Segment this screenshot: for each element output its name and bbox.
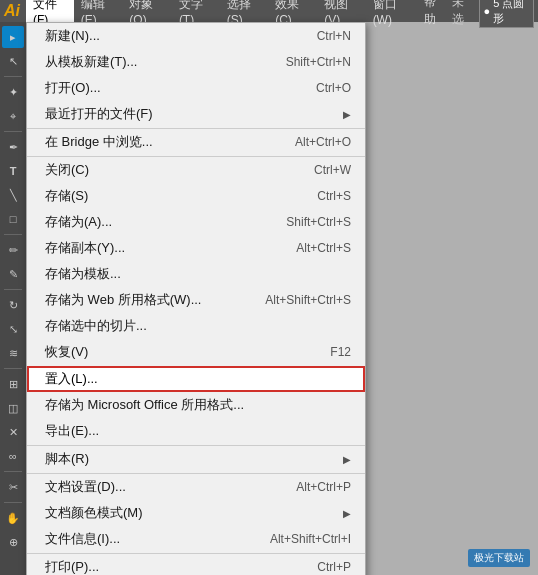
menu-item-file-info-shortcut: Alt+Shift+Ctrl+I [270,532,351,546]
menu-item-doc-color-label: 文档颜色模式(M) [45,504,143,522]
unselected-label: 未选 [452,0,473,28]
toolbar-separator-1 [4,76,22,77]
menu-item-doc-color-arrow: ▶ [343,508,351,519]
menu-item-bridge-shortcut: Alt+Ctrl+O [295,135,351,149]
menu-item-save[interactable]: 存储(S) Ctrl+S [27,183,365,209]
menu-item-open[interactable]: 打开(O)... Ctrl+O [27,75,365,101]
menu-item-close-label: 关闭(C) [45,161,89,179]
tool-type[interactable]: T [2,160,24,182]
tool-magic-wand[interactable]: ✦ [2,81,24,103]
tool-hand[interactable]: ✋ [2,507,24,529]
menu-item-close-shortcut: Ctrl+W [314,163,351,177]
menu-window[interactable]: 窗口(W) [366,0,417,29]
menu-item-save-copy-label: 存储副本(Y)... [45,239,125,257]
menu-item-save-selection-label: 存储选中的切片... [45,317,147,335]
file-dropdown-menu: 新建(N)... Ctrl+N 从模板新建(T)... Shift+Ctrl+N… [26,22,366,575]
menu-help[interactable]: 帮助 [417,0,452,30]
tool-warp[interactable]: ≋ [2,342,24,364]
menu-item-new-from-template[interactable]: 从模板新建(T)... Shift+Ctrl+N [27,49,365,75]
tool-shape[interactable]: □ [2,208,24,230]
tool-pen[interactable]: ✒ [2,136,24,158]
menu-item-print-shortcut: Ctrl+P [317,560,351,574]
menu-item-scripts-label: 脚本(R) [45,450,89,468]
menu-item-revert-label: 恢复(V) [45,343,88,361]
menu-item-scripts[interactable]: 脚本(R) ▶ [27,445,365,472]
menu-item-save-web-shortcut: Alt+Shift+Ctrl+S [265,293,351,307]
tool-direct-select[interactable]: ↖ [2,50,24,72]
app-logo: Ai [4,2,20,20]
menu-item-doc-setup-shortcut: Alt+Ctrl+P [296,480,351,494]
menu-item-recent-arrow: ▶ [343,109,351,120]
tool-eyedropper[interactable]: ✕ [2,421,24,443]
toolbar-separator-3 [4,234,22,235]
menu-item-save-label: 存储(S) [45,187,88,205]
menu-item-bridge[interactable]: 在 Bridge 中浏览... Alt+Ctrl+O [27,128,365,155]
menu-item-save-web[interactable]: 存储为 Web 所用格式(W)... Alt+Shift+Ctrl+S [27,287,365,313]
menu-item-revert-shortcut: F12 [330,345,351,359]
menu-item-bridge-label: 在 Bridge 中浏览... [45,133,153,151]
menu-bar-right: 未选 ● 5 点圆形 [452,0,534,28]
menu-item-close[interactable]: 关闭(C) Ctrl+W [27,156,365,183]
menu-item-new[interactable]: 新建(N)... Ctrl+N [27,23,365,49]
watermark: 极光下载站 [468,549,530,567]
menu-item-save-ms-office[interactable]: 存储为 Microsoft Office 所用格式... [27,392,365,418]
tool-rotate[interactable]: ↻ [2,294,24,316]
shape-label: 5 点圆形 [493,0,529,26]
menu-item-save-selection[interactable]: 存储选中的切片... [27,313,365,339]
menu-item-doc-color[interactable]: 文档颜色模式(M) ▶ [27,500,365,526]
menu-bar: Ai 文件(F) 编辑(E) 对象(O) 文字(T) 选择(S) 效果(C) 视… [0,0,538,22]
shape-selector[interactable]: ● 5 点圆形 [479,0,534,28]
menu-item-recent-label: 最近打开的文件(F) [45,105,153,123]
menu-item-recent[interactable]: 最近打开的文件(F) ▶ [27,101,365,127]
tool-zoom[interactable]: ⊕ [2,531,24,553]
tool-blend[interactable]: ∞ [2,445,24,467]
menu-item-print-label: 打印(P)... [45,558,99,575]
menu-item-export-label: 导出(E)... [45,422,99,440]
menu-item-save-copy-shortcut: Alt+Ctrl+S [296,241,351,255]
tool-gradient[interactable]: ◫ [2,397,24,419]
menu-item-file-info-label: 文件信息(I)... [45,530,120,548]
menu-item-save-template[interactable]: 存储为模板... [27,261,365,287]
menu-item-revert[interactable]: 恢复(V) F12 [27,339,365,365]
menu-item-new-from-template-label: 从模板新建(T)... [45,53,137,71]
menu-item-open-label: 打开(O)... [45,79,101,97]
tool-mesh[interactable]: ⊞ [2,373,24,395]
toolbar-separator-7 [4,502,22,503]
menu-item-new-shortcut: Ctrl+N [317,29,351,43]
toolbar-separator-2 [4,131,22,132]
menu-item-save-as-label: 存储为(A)... [45,213,112,231]
menu-item-new-from-template-shortcut: Shift+Ctrl+N [286,55,351,69]
menu-item-save-ms-office-label: 存储为 Microsoft Office 所用格式... [45,396,244,414]
menu-item-export[interactable]: 导出(E)... [27,418,365,444]
toolbar-separator-6 [4,471,22,472]
menu-item-doc-setup-label: 文档设置(D)... [45,478,126,496]
menu-item-file-info[interactable]: 文件信息(I)... Alt+Shift+Ctrl+I [27,526,365,552]
menu-item-save-copy[interactable]: 存储副本(Y)... Alt+Ctrl+S [27,235,365,261]
toolbar-separator-5 [4,368,22,369]
tool-lasso[interactable]: ⌖ [2,105,24,127]
menu-item-save-web-label: 存储为 Web 所用格式(W)... [45,291,201,309]
menu-item-scripts-arrow: ▶ [343,454,351,465]
menu-item-save-as[interactable]: 存储为(A)... Shift+Ctrl+S [27,209,365,235]
menu-item-place[interactable]: 置入(L)... [27,366,365,392]
tool-scale[interactable]: ⤡ [2,318,24,340]
menu-item-save-as-shortcut: Shift+Ctrl+S [286,215,351,229]
tool-line[interactable]: ╲ [2,184,24,206]
toolbar-separator-4 [4,289,22,290]
tool-brush[interactable]: ✏ [2,239,24,261]
menu-item-open-shortcut: Ctrl+O [316,81,351,95]
tool-pencil[interactable]: ✎ [2,263,24,285]
menu-item-save-template-label: 存储为模板... [45,265,121,283]
menu-item-save-shortcut: Ctrl+S [317,189,351,203]
menu-item-place-label: 置入(L)... [45,370,98,388]
menu-item-new-label: 新建(N)... [45,27,100,45]
menu-item-doc-setup[interactable]: 文档设置(D)... Alt+Ctrl+P [27,473,365,500]
tool-scissors[interactable]: ✂ [2,476,24,498]
menu-item-print[interactable]: 打印(P)... Ctrl+P [27,553,365,575]
tool-select[interactable]: ▸ [2,26,24,48]
left-toolbar: ▸ ↖ ✦ ⌖ ✒ T ╲ □ ✏ ✎ ↻ ⤡ ≋ ⊞ ◫ ✕ ∞ ✂ ✋ ⊕ [0,22,26,575]
